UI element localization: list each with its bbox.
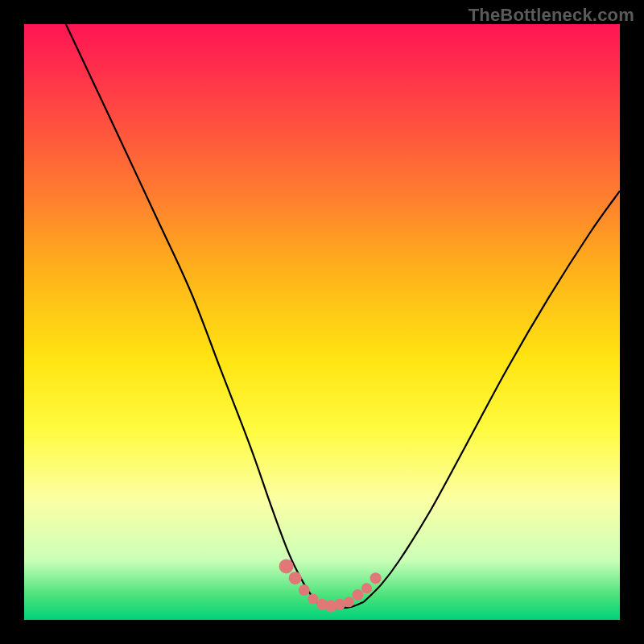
valley-marker-dot (299, 584, 310, 596)
valley-marker-dot (361, 583, 372, 593)
valley-marker-dot (344, 597, 354, 607)
valley-marker-dot (370, 572, 382, 584)
valley-marker-dot (279, 559, 294, 573)
plot-area (24, 24, 620, 620)
attribution-label: TheBottleneck.com (469, 5, 634, 26)
right-ascent-curve (364, 191, 620, 602)
valley-marker-dot (352, 589, 363, 601)
left-descent-curve (66, 24, 316, 602)
chart-frame: TheBottleneck.com (0, 0, 644, 644)
valley-marker-dot (289, 572, 302, 584)
curve-layer (24, 24, 620, 620)
